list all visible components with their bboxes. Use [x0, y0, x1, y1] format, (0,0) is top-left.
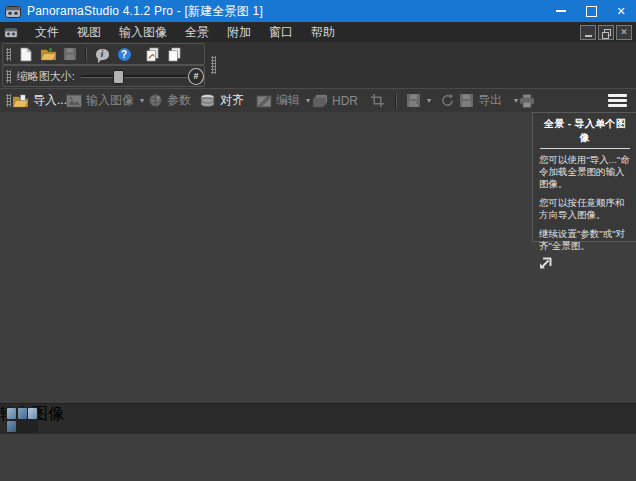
slider-track[interactable] — [81, 75, 187, 78]
menu-file[interactable]: 文件 — [26, 22, 68, 43]
save-panorama-button: ▾ — [406, 89, 431, 112]
save-floppy-icon — [406, 93, 421, 108]
thumb-cell — [7, 408, 16, 419]
mdi-close-button[interactable]: ✕ — [616, 25, 632, 40]
rotate-button — [440, 89, 455, 112]
bottom-tab-bar: 输入图像 — [0, 403, 636, 434]
toolbar-menu-button[interactable] — [608, 94, 627, 107]
align-label: 对齐 — [220, 92, 244, 109]
crop-icon — [370, 93, 385, 108]
menu-extras[interactable]: 附加 — [218, 22, 260, 43]
maximize-icon — [586, 6, 597, 17]
align-button[interactable]: 对齐 — [199, 89, 244, 112]
title-bar: PanoramaStudio 4.1.2 Pro - [新建全景图 1] ✕ — [0, 0, 636, 22]
menu-window[interactable]: 窗口 — [260, 22, 302, 43]
mdi-restore-button[interactable] — [598, 25, 614, 40]
mdi-minimize-button[interactable] — [580, 25, 596, 40]
toolbar-drag-grip[interactable] — [6, 70, 11, 83]
new-document-icon — [19, 47, 33, 62]
help-panel: 全景 - 导入单个图像 您可以使用"导入..."命令加载全景图的输入图像。 您可… — [532, 112, 636, 242]
maximize-button[interactable] — [576, 0, 606, 22]
app-window: PanoramaStudio 4.1.2 Pro - [新建全景图 1] ✕ 文… — [0, 0, 636, 481]
app-camera-icon — [5, 5, 21, 18]
mdi-close-icon: ✕ — [620, 28, 628, 37]
edit-pencil-icon — [256, 94, 272, 108]
align-stack-icon — [199, 93, 216, 108]
thumbnail-number-toggle-button[interactable]: # — [188, 68, 204, 85]
tip-of-day-button[interactable]: i — [91, 45, 113, 63]
save-floppy-icon — [63, 47, 77, 61]
export-image-button[interactable] — [141, 45, 163, 63]
help-panel-title: 全景 - 导入单个图像 — [539, 117, 631, 145]
copy-button[interactable] — [163, 45, 185, 63]
print-button — [519, 89, 535, 112]
new-project-button[interactable] — [15, 45, 37, 63]
toolbar-zone: i ? 缩略图大小: # — [0, 42, 636, 88]
toolbar-drag-grip[interactable] — [211, 56, 216, 74]
menu-help[interactable]: 帮助 — [302, 22, 344, 43]
standard-toolbar: i ? — [2, 43, 205, 65]
toolbar-drag-grip[interactable] — [6, 94, 11, 107]
corner-arrow-icon — [539, 257, 552, 269]
hdr-button: HDR — [312, 89, 358, 112]
input-images-label: 输入图像 — [86, 92, 134, 109]
thumbnails-grid-icon — [6, 407, 38, 433]
menu-view[interactable]: 视图 — [68, 22, 110, 43]
menu-panorama[interactable]: 全景 — [176, 22, 218, 43]
thumbnail-size-slider[interactable] — [81, 69, 180, 83]
thumb-cell — [18, 421, 27, 432]
printer-icon — [519, 94, 535, 108]
window-title: PanoramaStudio 4.1.2 Pro - [新建全景图 1] — [27, 3, 263, 20]
document-camera-icon — [4, 27, 18, 38]
help-button[interactable]: ? — [113, 45, 135, 63]
export-label: 导出 — [478, 92, 502, 109]
menu-input-images[interactable]: 输入图像 — [110, 22, 176, 43]
thumb-cell — [18, 408, 27, 419]
tab-input-images[interactable]: 输入图像 — [0, 404, 636, 425]
toolbar-separator — [395, 93, 397, 108]
collapse-panel-button[interactable] — [539, 255, 552, 273]
toolbar-drag-grip[interactable] — [6, 48, 11, 61]
export-button: 导出 ▾ — [459, 89, 518, 112]
help-paragraph: 继续设置"参数"或"对齐"全景图。 — [539, 228, 631, 252]
dropdown-arrow-icon: ▾ — [427, 96, 431, 105]
copy-pages-icon — [167, 47, 182, 62]
import-label: 导入... — [33, 92, 67, 109]
info-bubble-icon: i — [96, 49, 109, 60]
mdi-window-controls: ✕ — [580, 25, 632, 40]
open-folder-icon — [40, 47, 57, 61]
crop-button — [370, 89, 385, 112]
dropdown-arrow-icon: ▾ — [514, 96, 518, 105]
save-project-button — [59, 45, 81, 63]
import-button[interactable]: 导入... — [12, 89, 67, 112]
thumb-cell — [28, 408, 37, 419]
mdi-minimize-icon — [585, 35, 592, 37]
slider-handle[interactable] — [113, 70, 124, 84]
help-panel-divider — [540, 148, 630, 149]
rotate-circle-icon — [440, 93, 455, 108]
menu-bar: 文件 视图 输入图像 全景 附加 窗口 帮助 ✕ — [0, 22, 636, 43]
input-images-icon — [66, 94, 82, 108]
hamburger-icon — [608, 94, 627, 97]
help-question-icon: ? — [118, 48, 131, 61]
edit-button: 编辑 ▾ — [256, 89, 310, 112]
thumbnail-size-label: 缩略图大小: — [17, 69, 75, 84]
export-floppy-icon — [459, 93, 474, 108]
import-folder-icon — [12, 94, 29, 108]
help-paragraph: 您可以使用"导入..."命令加载全景图的输入图像。 — [539, 154, 631, 190]
open-project-button[interactable] — [37, 45, 59, 63]
thumb-cell — [28, 421, 37, 432]
workflow-toolbar: 导入... 输入图像 ▾ 参数 对齐 编辑 ▾ HDR — [0, 88, 636, 114]
input-images-button: 输入图像 ▾ — [66, 89, 144, 112]
hdr-label: HDR — [332, 94, 358, 108]
minimize-button[interactable] — [546, 0, 576, 22]
close-button[interactable]: ✕ — [606, 0, 636, 22]
minimize-icon — [556, 10, 566, 12]
hamburger-icon — [608, 99, 627, 102]
edit-label: 编辑 — [276, 92, 300, 109]
dropdown-arrow-icon: ▾ — [306, 96, 310, 105]
parameters-sphere-icon — [148, 93, 163, 108]
thumb-cell — [7, 421, 16, 432]
thumbnail-size-toolbar: 缩略图大小: # — [2, 65, 205, 87]
hamburger-icon — [608, 104, 627, 107]
